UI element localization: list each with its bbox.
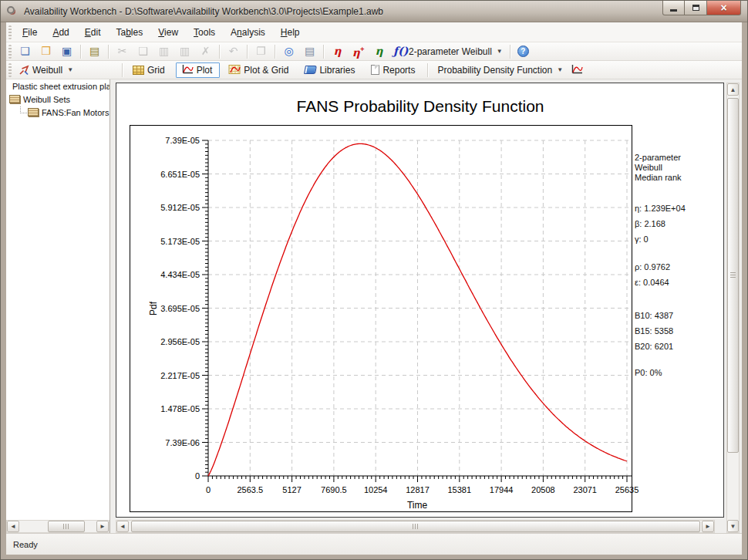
- toolbar-gripper: [8, 45, 12, 59]
- tab-reports[interactable]: Reports: [366, 62, 423, 78]
- restore-button[interactable]: [685, 1, 706, 15]
- paste-special-button: ▥: [175, 43, 194, 59]
- svg-text:6.651E-05: 6.651E-05: [160, 170, 200, 179]
- tree-item-weibull-sets[interactable]: Weibull Sets: [6, 93, 110, 106]
- svg-text:0: 0: [206, 485, 211, 494]
- plot-type-label: Probability Density Function: [437, 65, 552, 76]
- menu-item-file[interactable]: File: [15, 24, 45, 41]
- stat-group: ρ: 0.9762ε: 0.0464: [635, 259, 670, 290]
- mini-plot-icon: [571, 65, 583, 75]
- eta-red-button[interactable]: η: [328, 43, 347, 59]
- scroll-right-arrow[interactable]: ►: [96, 521, 109, 532]
- menu-item-help[interactable]: Help: [273, 24, 308, 41]
- restore-icon: [692, 5, 699, 11]
- grid-icon: [133, 66, 144, 75]
- menu-item-view[interactable]: View: [150, 24, 186, 41]
- open-button[interactable]: ❒: [36, 43, 56, 59]
- new-button[interactable]: ❏: [15, 43, 35, 59]
- tree-item-plastic-sheet-extrusion-pla[interactable]: Plastic sheet extrusion pla: [6, 79, 110, 93]
- scroll-track[interactable]: [20, 521, 96, 532]
- toolbar-gripper: [8, 63, 12, 77]
- save-button[interactable]: ▣: [57, 43, 76, 59]
- tree-connector: [20, 106, 27, 113]
- weibull-module-dropdown[interactable]: Weibull▼: [15, 62, 118, 78]
- stat-line: B20: 6201: [635, 339, 673, 354]
- project-tree-panel: Plastic sheet extrusion plaWeibull SetsF…: [6, 79, 110, 533]
- paste-special-icon: ▥: [178, 46, 191, 57]
- scissors-icon: ✂: [116, 46, 129, 57]
- project-tree: Plastic sheet extrusion plaWeibull SetsF…: [6, 79, 110, 119]
- form-icon: ▤: [303, 46, 316, 57]
- plot-type-dropdown[interactable]: Probability Density Function▼: [432, 62, 566, 78]
- copy-button: ❑: [133, 43, 153, 59]
- print-button[interactable]: ▤: [85, 43, 104, 59]
- function-dropdown[interactable]: ƒ()2-parameter Weibull▼: [390, 43, 506, 59]
- tab-grid[interactable]: Grid: [127, 62, 173, 78]
- tab-libraries-label: Libraries: [319, 65, 355, 76]
- scroll-thumb[interactable]: [727, 98, 739, 453]
- toolbar-separator: [247, 45, 248, 59]
- main-toolbar: ❏❒▣▤✂❑▥▥✗↶❐◎▤ηη+ηƒ()2-parameter Weibull▼…: [6, 42, 742, 61]
- weibull-icon: [19, 65, 30, 76]
- eta-red-icon: η: [331, 46, 344, 57]
- scroll-thumb[interactable]: [48, 521, 85, 532]
- stat-line: Weibull: [635, 163, 682, 173]
- vertical-scrollbar[interactable]: ▲ ▼: [726, 83, 740, 533]
- close-icon: ×: [720, 2, 726, 13]
- scroll-up-arrow[interactable]: ▲: [727, 83, 739, 96]
- print-icon: ▤: [88, 46, 101, 57]
- svg-text:17944: 17944: [490, 485, 514, 494]
- menu-item-analysis[interactable]: Analysis: [223, 24, 273, 41]
- app-icon: [7, 5, 19, 18]
- thumb-grip: [413, 524, 419, 529]
- menu-item-tables[interactable]: Tables: [108, 24, 150, 41]
- tree-item-label: FANS:Fan Motors: [42, 108, 109, 117]
- toolbar-separator: [427, 63, 428, 77]
- plot-icon: [181, 65, 194, 75]
- scroll-left-arrow[interactable]: ◄: [116, 521, 129, 532]
- stat-line: β: 2.168: [635, 216, 686, 231]
- notes-button[interactable]: ▤: [300, 43, 319, 59]
- eta-green-button[interactable]: η: [369, 43, 389, 59]
- tab-plot-grid[interactable]: Plot & Grid: [223, 62, 296, 78]
- svg-text:Pdf: Pdf: [148, 301, 159, 315]
- scroll-track[interactable]: [727, 96, 739, 519]
- toolbar-gripper: [8, 25, 12, 39]
- horizontal-scrollbar[interactable]: ◄ ►: [116, 520, 715, 533]
- stat-line: γ: 0: [635, 231, 686, 247]
- svg-text:25635: 25635: [615, 485, 639, 494]
- title-bar[interactable]: Availability Workbench - D:\Software\Ava…: [1, 1, 747, 22]
- menu-item-add[interactable]: Add: [45, 24, 76, 41]
- menu-item-tools[interactable]: Tools: [186, 24, 223, 41]
- minimize-icon: [670, 9, 677, 12]
- workspace: Plastic sheet extrusion plaWeibull SetsF…: [6, 79, 742, 533]
- tree-item-fans-fan-motors[interactable]: FANS:Fan Motors: [6, 106, 110, 119]
- status-text: Ready: [13, 540, 38, 549]
- help-button[interactable]: ?: [514, 43, 532, 59]
- copy-plot-button: ❐: [251, 43, 271, 59]
- svg-text:7.39E-05: 7.39E-05: [165, 136, 200, 145]
- plot-options-button[interactable]: [568, 62, 586, 77]
- scroll-right-arrow[interactable]: ►: [702, 521, 714, 532]
- close-button[interactable]: ×: [706, 1, 741, 15]
- minimize-button[interactable]: [662, 1, 685, 15]
- sidebar-horizontal-scrollbar[interactable]: ◄ ►: [6, 520, 110, 533]
- svg-text:2563.5: 2563.5: [237, 485, 263, 494]
- tree-item-label: Weibull Sets: [23, 95, 70, 104]
- window-controls: ×: [662, 1, 741, 15]
- menu-item-edit[interactable]: Edit: [77, 24, 109, 41]
- scroll-track[interactable]: [130, 521, 701, 532]
- open-folder-icon: ❒: [39, 46, 52, 57]
- stat-line: ρ: 0.9762: [635, 259, 670, 275]
- tab-plot[interactable]: Plot: [176, 62, 221, 78]
- eta-add-button[interactable]: η+: [349, 42, 368, 61]
- scroll-left-arrow[interactable]: ◄: [7, 521, 19, 532]
- tab-libraries[interactable]: Libraries: [299, 62, 362, 78]
- scroll-down-arrow[interactable]: ▼: [727, 520, 739, 532]
- report-icon: [371, 65, 379, 75]
- pdf-chart: FANS Probability Density Function07.39E-…: [116, 83, 723, 518]
- svg-text:12817: 12817: [406, 485, 430, 494]
- hyperlink-button[interactable]: ◎: [279, 43, 298, 59]
- dropdown-caret-icon: ▼: [497, 48, 503, 55]
- scroll-thumb[interactable]: [131, 521, 700, 532]
